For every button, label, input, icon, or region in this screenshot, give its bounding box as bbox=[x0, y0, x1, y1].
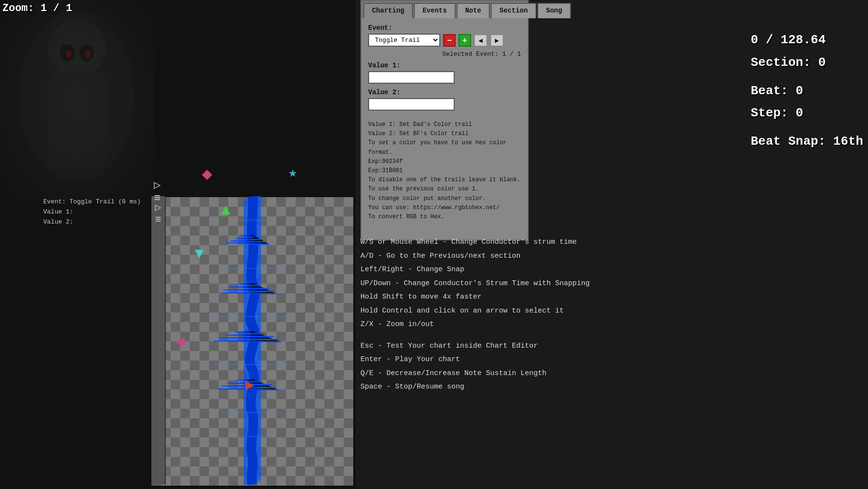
arrow-down-cyan: ▼ bbox=[195, 245, 204, 263]
arrow-right-red: ▶ bbox=[245, 375, 254, 394]
selected-event-text: Selected Event: 1 / 1 bbox=[368, 50, 521, 58]
value1-label: Value 1: bbox=[368, 62, 521, 69]
stat-step: Step: 0 bbox=[751, 102, 863, 125]
keybind-0: W/S or Mouse Wheel - Change Conductor's … bbox=[360, 236, 721, 250]
zoom-display: Zoom: 1 / 1 bbox=[2, 2, 72, 14]
info-line-0: Value 1: Set Dad's Color trail bbox=[368, 120, 521, 129]
stat-position: 0 / 128.64 bbox=[751, 29, 863, 51]
event-overlay-line1: Event: Toggle Trail (0 ms) bbox=[43, 197, 141, 207]
keybind-6: Z/X - Zoom in/out bbox=[360, 318, 721, 332]
remove-event-button[interactable]: − bbox=[443, 34, 456, 47]
event-label: Event: bbox=[368, 24, 521, 32]
stat-beat: Beat: 0 bbox=[751, 80, 863, 102]
info-line-5: To disable one of the trails leave it bl… bbox=[368, 176, 521, 185]
bg-character-svg bbox=[0, 0, 154, 202]
keybind-10: Q/E - Decrease/Increase Note Sustain Len… bbox=[360, 367, 721, 381]
event-dropdown[interactable]: Toggle Trail Play Animation Change BF Ch… bbox=[368, 34, 440, 47]
info-line-7: To change color put another color. bbox=[368, 194, 521, 203]
event-overlay: Event: Toggle Trail (0 ms) Value 1: Valu… bbox=[43, 197, 141, 227]
keybind-2: Left/Right - Change Snap bbox=[360, 263, 721, 277]
keybind-1: A/D - Go to the Previous/next section bbox=[360, 250, 721, 263]
info-line-8: You can use: https://www.rgbtohex.net/ bbox=[368, 203, 521, 213]
game-area: Zoom: 1 / 1 Event: Toggle Trail (0 ms) V… bbox=[0, 0, 356, 489]
value1-input[interactable] bbox=[368, 71, 455, 84]
info-line-2: To set a color you have to use hex color… bbox=[368, 138, 521, 157]
panel-content: Event: Toggle Trail Play Animation Chang… bbox=[361, 18, 528, 227]
character-sprite-2: ★ bbox=[288, 163, 297, 181]
add-event-button[interactable]: + bbox=[459, 34, 471, 47]
prev-event-button[interactable]: ◄ bbox=[474, 34, 487, 47]
keybind-4: Hold Shift to move 4x faster bbox=[360, 290, 721, 304]
cursor-icon: ▷≡ bbox=[154, 178, 161, 205]
keybind-3: UP/Down - Change Conductor's Strum Time … bbox=[360, 277, 721, 291]
event-overlay-line3: Value 2: bbox=[43, 217, 141, 227]
stat-beat-snap: Beat Snap: 16th bbox=[751, 130, 863, 153]
info-text-area: Value 1: Set Dad's Color trail Value 2: … bbox=[368, 120, 521, 222]
note-strip: ▷≡ bbox=[151, 196, 166, 485]
keybind-11: Space - Stop/Resume song bbox=[360, 380, 721, 394]
info-scroll-area[interactable]: Value 1: Set Dad's Color trail Value 2: … bbox=[368, 115, 521, 222]
info-line-9: To convert RGB to Hex. bbox=[368, 213, 521, 222]
arrow-up-green: ▲ bbox=[221, 202, 230, 220]
info-line-4: Exp:31B001 bbox=[368, 166, 521, 176]
zoom-label: Zoom: 1 / 1 bbox=[2, 2, 72, 14]
svg-point-1 bbox=[48, 19, 106, 77]
stats-panel: 0 / 128.64 Section: 0 Beat: 0 Step: 0 Be… bbox=[751, 29, 863, 153]
keybind-spacer bbox=[360, 332, 721, 339]
event-overlay-line2: Value 1: bbox=[43, 207, 141, 217]
tab-events[interactable]: Events bbox=[414, 3, 455, 18]
info-line-1: Value 2: Set BF's Color trail bbox=[368, 129, 521, 138]
stat-section: Section: 0 bbox=[751, 51, 863, 74]
keybind-8: Esc - Test Your chart inside Chart Edito… bbox=[360, 339, 721, 353]
value2-input[interactable] bbox=[368, 98, 455, 111]
tab-charting[interactable]: Charting bbox=[363, 3, 413, 18]
event-row: Toggle Trail Play Animation Change BF Ch… bbox=[368, 34, 521, 47]
keybind-9: Enter - Play Your chart bbox=[360, 353, 721, 367]
info-line-3: Exp:90234f bbox=[368, 157, 521, 166]
info-line-6: To use the previous color use 1. bbox=[368, 185, 521, 194]
tabs-container: Charting Events Note Section Song bbox=[361, 1, 528, 18]
right-panel: Charting Events Note Section Song Event:… bbox=[360, 0, 529, 240]
svg-point-5 bbox=[66, 50, 72, 58]
tab-song[interactable]: Song bbox=[537, 3, 571, 18]
tab-note[interactable]: Note bbox=[457, 3, 490, 18]
next-event-button[interactable]: ► bbox=[490, 34, 504, 47]
value2-label: Value 2: bbox=[368, 88, 521, 96]
svg-point-6 bbox=[85, 50, 91, 58]
character-sprite-1: ◆ bbox=[202, 163, 212, 185]
arrow-left-pink: ◀ bbox=[175, 332, 185, 351]
svg-rect-2 bbox=[48, 72, 106, 168]
keybind-5: Hold Control and click on an arrow to se… bbox=[360, 304, 721, 318]
tab-section[interactable]: Section bbox=[491, 3, 536, 18]
keybind-panel: W/S or Mouse Wheel - Change Conductor's … bbox=[360, 236, 721, 394]
